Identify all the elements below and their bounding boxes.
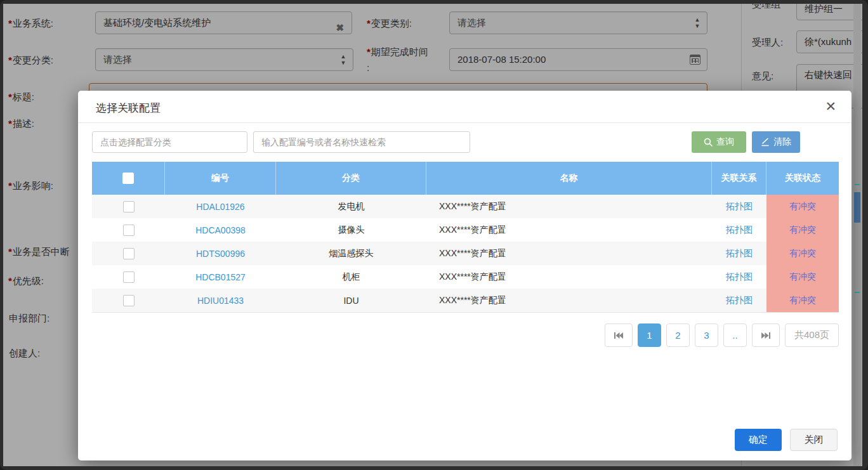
modal-footer: 确定 关闭: [735, 429, 838, 451]
table-header-row: 编号 分类 名称 关联关系 关联状态: [92, 162, 839, 195]
page-button-2[interactable]: 2: [666, 323, 690, 347]
row-checkbox[interactable]: [123, 248, 135, 259]
screenshot-frame: *业务系统: 基础环境/变电站系统维护 ✖ *变更类别: 请选择 ▲▼ *变更分…: [0, 0, 868, 470]
select-config-modal: 选择关联配置 ✕ 查询 清除 编号 分类: [78, 91, 852, 460]
table-row: HDAL01926 发电机 XXX****资产配置 拓扑图 有冲突: [92, 195, 839, 218]
eraser-icon: [761, 138, 770, 147]
config-category: 机柜: [276, 265, 426, 289]
select-all-cell: [92, 162, 165, 195]
category-filter-input[interactable]: [92, 131, 247, 153]
conflict-status-badge: 有冲突: [766, 265, 839, 289]
search-icon: [704, 138, 713, 147]
page: *业务系统: 基础环境/变电站系统维护 ✖ *变更类别: 请选择 ▲▼ *变更分…: [3, 4, 862, 466]
clear-button[interactable]: 清除: [752, 131, 800, 153]
scrollbar-marker: [855, 184, 860, 185]
config-name: XXX****资产配置: [426, 218, 712, 242]
config-category: 发电机: [276, 195, 426, 218]
scrollbar-thumb[interactable]: [854, 192, 860, 223]
total-pages-label: 共408页: [785, 323, 839, 347]
config-category: 摄像头: [276, 218, 426, 242]
config-id-link[interactable]: HDAL01926: [165, 195, 276, 218]
row-checkbox[interactable]: [123, 271, 135, 283]
page-button-1[interactable]: 1: [638, 323, 661, 347]
page-button-..[interactable]: ..: [723, 323, 747, 347]
config-id-link[interactable]: HDIU01433: [165, 289, 276, 312]
column-header-id: 编号: [165, 162, 276, 195]
row-checkbox[interactable]: [123, 201, 135, 212]
page-button-3[interactable]: 3: [695, 323, 718, 347]
config-category: IDU: [276, 289, 426, 312]
config-name: XXX****资产配置: [426, 289, 712, 312]
pagination: 123.. 共408页: [605, 323, 839, 347]
config-id-link[interactable]: HDCB01527: [165, 265, 276, 289]
close-icon[interactable]: ✕: [825, 98, 836, 115]
table-row: HDCA00398 摄像头 XXX****资产配置 拓扑图 有冲突: [92, 218, 839, 242]
row-checkbox[interactable]: [123, 295, 135, 306]
topology-link[interactable]: 拓扑图: [712, 265, 766, 289]
scrollbar-marker: [855, 292, 860, 293]
confirm-button[interactable]: 确定: [735, 429, 782, 451]
column-header-relation: 关联关系: [712, 162, 766, 195]
conflict-status-badge: 有冲突: [766, 242, 839, 265]
conflict-status-badge: 有冲突: [766, 289, 839, 312]
config-table: 编号 分类 名称 关联关系 关联状态 HDAL01926 发电机 XXX****…: [92, 162, 839, 313]
conflict-status-badge: 有冲突: [766, 218, 839, 242]
modal-title: 选择关联配置: [96, 101, 161, 115]
select-all-checkbox[interactable]: [122, 173, 134, 184]
table-row: HDTS00996 烟温感探头 XXX****资产配置 拓扑图 有冲突: [92, 242, 839, 265]
config-table-body: HDAL01926 发电机 XXX****资产配置 拓扑图 有冲突 HDCA00…: [92, 195, 839, 312]
topology-link[interactable]: 拓扑图: [712, 218, 766, 242]
column-header-status: 关联状态: [766, 162, 839, 195]
table-row: HDIU01433 IDU XXX****资产配置 拓扑图 有冲突: [92, 289, 839, 312]
first-page-button[interactable]: [605, 323, 633, 347]
search-button[interactable]: 查询: [692, 131, 746, 153]
keyword-search-input[interactable]: [253, 131, 470, 153]
table-row: HDCB01527 机柜 XXX****资产配置 拓扑图 有冲突: [92, 265, 839, 289]
config-id-link[interactable]: HDTS00996: [165, 242, 276, 265]
topology-link[interactable]: 拓扑图: [712, 195, 766, 218]
page-scrollbar[interactable]: [853, 4, 861, 466]
column-header-name: 名称: [426, 162, 712, 195]
last-page-button[interactable]: [752, 323, 780, 347]
config-name: XXX****资产配置: [426, 265, 712, 289]
topology-link[interactable]: 拓扑图: [712, 289, 766, 312]
config-category: 烟温感探头: [276, 242, 426, 265]
close-button[interactable]: 关闭: [790, 429, 838, 451]
topology-link[interactable]: 拓扑图: [712, 242, 766, 265]
modal-header: 选择关联配置 ✕: [78, 91, 852, 123]
conflict-status-badge: 有冲突: [766, 195, 839, 218]
row-checkbox[interactable]: [123, 225, 135, 236]
column-header-category: 分类: [276, 162, 426, 195]
filter-bar: 查询 清除: [92, 131, 800, 153]
config-name: XXX****资产配置: [426, 195, 712, 218]
config-id-link[interactable]: HDCA00398: [165, 218, 276, 242]
config-name: XXX****资产配置: [426, 242, 712, 265]
